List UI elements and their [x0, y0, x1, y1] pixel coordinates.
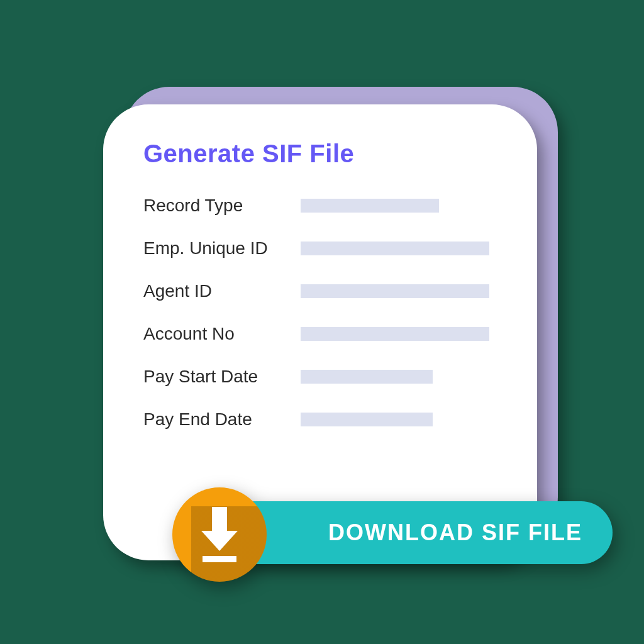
field-placeholder-bar[interactable]: [301, 327, 489, 341]
field-record-type: Record Type: [143, 196, 497, 216]
download-icon-badge: [172, 487, 267, 582]
field-placeholder-bar[interactable]: [301, 370, 433, 384]
field-pay-start-date: Pay Start Date: [143, 367, 497, 387]
svg-rect-2: [203, 556, 236, 562]
card-title: Generate SIF File: [143, 140, 497, 168]
field-pay-end-date: Pay End Date: [143, 409, 497, 430]
field-label: Agent ID: [143, 281, 301, 301]
field-placeholder-bar[interactable]: [301, 242, 489, 255]
field-label: Record Type: [143, 196, 301, 216]
download-sif-button[interactable]: DOWNLOAD SIF FILE: [210, 501, 613, 564]
field-emp-unique-id: Emp. Unique ID: [143, 238, 497, 258]
field-label: Pay Start Date: [143, 367, 301, 387]
download-button-label: DOWNLOAD SIF FILE: [328, 519, 582, 546]
field-agent-id: Agent ID: [143, 281, 497, 301]
download-icon: [192, 504, 247, 565]
field-placeholder-bar[interactable]: [301, 199, 439, 213]
field-placeholder-bar[interactable]: [301, 284, 489, 298]
canvas: Generate SIF File Record Type Emp. Uniqu…: [0, 0, 644, 644]
field-label: Emp. Unique ID: [143, 238, 301, 258]
form-rows: Record Type Emp. Unique ID Agent ID Acco…: [143, 196, 497, 430]
svg-rect-0: [212, 507, 227, 532]
field-placeholder-bar[interactable]: [301, 413, 433, 426]
field-account-no: Account No: [143, 324, 497, 344]
field-label: Pay End Date: [143, 409, 301, 430]
field-label: Account No: [143, 324, 301, 344]
download-button-wrap: DOWNLOAD SIF FILE: [172, 487, 625, 582]
svg-marker-1: [201, 531, 238, 551]
